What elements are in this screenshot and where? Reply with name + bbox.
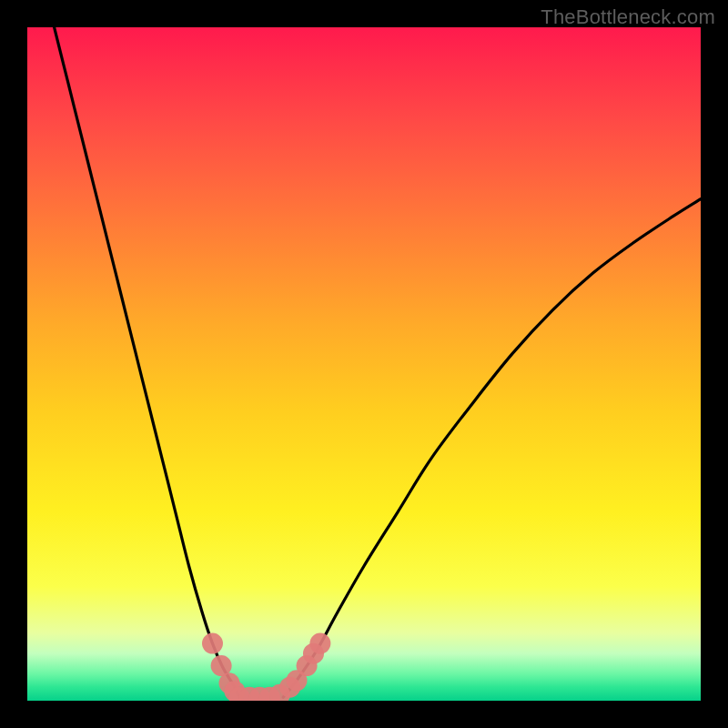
curve-right-branch (283, 199, 701, 698)
bump-marker (309, 633, 330, 654)
curve-left-branch (55, 27, 240, 697)
chart-frame: TheBottleneck.com (0, 0, 728, 728)
plot-area (27, 27, 701, 701)
bump-marker (202, 633, 223, 654)
watermark-text: TheBottleneck.com (541, 5, 715, 29)
curve-layer (27, 27, 701, 701)
